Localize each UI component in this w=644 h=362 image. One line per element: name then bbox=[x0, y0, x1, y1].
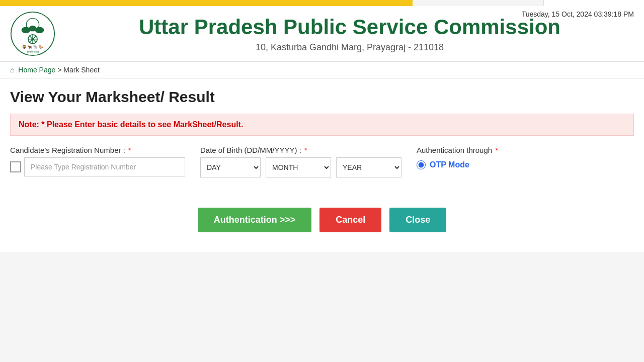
emblem-svg: 🦁 🐂 🐘 🐎 सत्यमेव जयते bbox=[10, 11, 55, 56]
reg-checkbox[interactable] bbox=[10, 161, 21, 172]
year-select[interactable]: YEAR bbox=[336, 157, 401, 177]
dob-required: * bbox=[304, 146, 307, 154]
svg-text:सत्यमेव जयते: सत्यमेव जयते bbox=[26, 50, 39, 53]
svg-point-2 bbox=[22, 27, 31, 34]
otp-radio[interactable] bbox=[417, 160, 426, 169]
home-link[interactable]: Home Page bbox=[18, 66, 55, 74]
dob-label: Date of Birth (DD/MM/YYYY) : * bbox=[200, 146, 401, 154]
note-text: Note: * Please Enter basic details to se… bbox=[19, 120, 243, 129]
svg-text:🦁 🐂 🐘 🐎: 🦁 🐂 🐘 🐎 bbox=[22, 45, 43, 49]
form-row: Candidate's Registration Number : * Date… bbox=[10, 146, 634, 177]
header-address: 10, Kasturba Gandhi Marg, Prayagraj - 21… bbox=[65, 42, 634, 53]
top-yellow-bar bbox=[0, 0, 413, 6]
button-row: Authentication >>> Cancel Close bbox=[10, 208, 634, 242]
page-title: View Your Marksheet/ Result bbox=[10, 88, 634, 106]
close-button[interactable]: Close bbox=[389, 208, 446, 232]
header: Tuesday, 15 Oct, 2024 03:39:18 PM 🦁 🐂 🐘 … bbox=[0, 6, 644, 62]
breadcrumb-current: Mark Sheet bbox=[63, 66, 100, 74]
header-center: Uttar Pradesh Public Service Commission … bbox=[65, 15, 634, 52]
reg-required: * bbox=[128, 146, 131, 154]
svg-point-4 bbox=[29, 26, 36, 31]
registration-number-input[interactable] bbox=[24, 157, 185, 176]
reg-input-wrapper bbox=[10, 157, 185, 176]
dob-group: Date of Birth (DD/MM/YYYY) : * DAY MONTH… bbox=[200, 146, 401, 177]
header-title: Uttar Pradesh Public Service Commission bbox=[65, 15, 634, 40]
auth-button[interactable]: Authentication >>> bbox=[198, 208, 312, 232]
auth-required: * bbox=[495, 146, 498, 154]
cancel-button[interactable]: Cancel bbox=[319, 208, 381, 232]
note-box: Note: * Please Enter basic details to se… bbox=[10, 114, 634, 136]
reg-number-group: Candidate's Registration Number : * bbox=[10, 146, 185, 176]
month-select[interactable]: MONTH bbox=[266, 157, 331, 177]
auth-group: Authentication through * OTP Mode bbox=[417, 146, 498, 169]
reg-number-label: Candidate's Registration Number : * bbox=[10, 146, 185, 154]
datetime: Tuesday, 15 Oct, 2024 03:39:18 PM bbox=[522, 10, 634, 18]
home-icon: ⌂ bbox=[10, 66, 14, 74]
main-content: View Your Marksheet/ Result Note: * Plea… bbox=[0, 78, 644, 252]
emblem: 🦁 🐂 🐘 🐎 सत्यमेव जयते bbox=[10, 11, 55, 56]
svg-point-3 bbox=[35, 27, 44, 34]
breadcrumb: ⌂ Home Page > Mark Sheet bbox=[0, 62, 644, 78]
auth-label: Authentication through * bbox=[417, 146, 498, 154]
day-select[interactable]: DAY bbox=[200, 157, 261, 177]
breadcrumb-separator: > bbox=[57, 66, 61, 74]
dob-selects: DAY MONTH YEAR bbox=[200, 157, 401, 177]
otp-label: OTP Mode bbox=[430, 160, 469, 169]
otp-radio-wrapper[interactable]: OTP Mode bbox=[417, 160, 498, 169]
